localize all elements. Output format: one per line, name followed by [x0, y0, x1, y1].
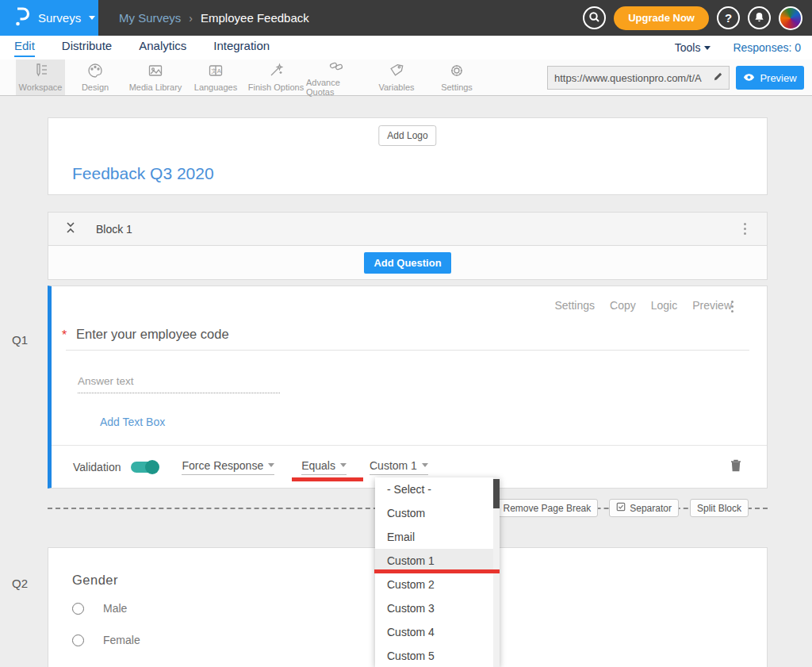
- tab-analytics[interactable]: Analytics: [139, 39, 186, 57]
- answer-option-female: Female: [72, 634, 140, 646]
- collapse-block-icon[interactable]: [66, 221, 75, 237]
- required-asterisk: *: [62, 328, 67, 343]
- question-preview-link[interactable]: Preview: [692, 299, 732, 312]
- block-title[interactable]: Block 1: [96, 223, 132, 236]
- question-number-q1: Q1: [12, 333, 28, 347]
- radio-button[interactable]: [72, 634, 84, 646]
- gear-icon: [449, 63, 465, 80]
- chevron-down-icon: [340, 463, 347, 467]
- question-actions: Settings Copy Logic Preview: [554, 299, 732, 312]
- tab-distribute[interactable]: Distribute: [62, 39, 112, 57]
- toolbar-item-languages[interactable]: 文A Languages: [186, 59, 246, 95]
- responses-count[interactable]: Responses: 0: [733, 41, 801, 54]
- search-icon: [588, 11, 600, 25]
- tab-integration[interactable]: Integration: [213, 39, 270, 57]
- annotation-underline-equals: [292, 477, 363, 481]
- validation-toggle[interactable]: [131, 462, 158, 473]
- add-question-button[interactable]: Add Question: [364, 252, 450, 274]
- tools-menu[interactable]: Tools: [675, 41, 711, 54]
- dropdown-option-custom-5[interactable]: Custom 5: [375, 644, 500, 667]
- survey-url-value[interactable]: https://www.questionpro.com/t/A: [548, 72, 707, 84]
- product-name: Surveys: [38, 11, 81, 25]
- question-copy-link[interactable]: Copy: [610, 299, 636, 312]
- question-mark-icon: ?: [725, 11, 732, 25]
- page-break-actions: Remove Page Break Separator Split Block: [483, 499, 749, 517]
- answer-text-field[interactable]: Answer text: [78, 375, 280, 393]
- dropdown-option-custom-4[interactable]: Custom 4: [375, 620, 500, 644]
- annotation-underline-custom-1: [374, 569, 500, 573]
- toggle-knob: [145, 460, 159, 474]
- toolbar-item-advance-quotas[interactable]: Advance Quotas: [306, 59, 366, 95]
- tag-icon: [389, 63, 404, 80]
- validation-label: Validation: [73, 461, 121, 473]
- toolbar-item-settings[interactable]: Settings: [427, 59, 487, 95]
- toolbar-item-finish-options[interactable]: Finish Options: [246, 59, 306, 95]
- question-text[interactable]: Gender: [72, 573, 118, 588]
- operator-dropdown[interactable]: Equals: [301, 459, 347, 475]
- survey-url-field[interactable]: https://www.questionpro.com/t/A: [547, 66, 730, 90]
- dropdown-option-custom-2[interactable]: Custom 2: [375, 573, 500, 596]
- dropdown-option-email[interactable]: Email: [375, 525, 500, 549]
- question-text[interactable]: Enter your employee code: [76, 327, 229, 342]
- breadcrumb-separator-icon: ›: [189, 12, 193, 25]
- preview-button[interactable]: Preview: [736, 66, 804, 90]
- chevron-down-icon: [704, 46, 710, 50]
- survey-header-card: Add Logo Feedback Q3 2020: [48, 117, 768, 195]
- add-question-strip: Add Question: [48, 246, 768, 280]
- avatar[interactable]: [779, 6, 802, 30]
- chevron-down-icon: [422, 463, 428, 467]
- chevron-down-icon: [268, 463, 274, 467]
- help-button[interactable]: ?: [717, 6, 740, 29]
- split-block-button[interactable]: Split Block: [690, 499, 749, 517]
- dropdown-option-select[interactable]: - Select -: [375, 477, 500, 501]
- tab-edit[interactable]: Edit: [14, 39, 35, 57]
- editor-toolbar: Workspace Design Media Library 文A Langua…: [0, 59, 812, 96]
- product-switcher[interactable]: Surveys: [0, 0, 98, 36]
- chain-links-icon: [328, 58, 344, 75]
- answer-option-male: Male: [72, 602, 127, 615]
- trash-icon[interactable]: [730, 458, 741, 475]
- toolbar-item-media-library[interactable]: Media Library: [125, 59, 186, 95]
- block-header: Block 1: [48, 212, 768, 246]
- questionpro-logo-icon: [13, 6, 30, 30]
- option-label[interactable]: Female: [103, 634, 140, 646]
- add-logo-button[interactable]: Add Logo: [378, 125, 436, 146]
- question-logic-link[interactable]: Logic: [651, 299, 677, 312]
- question-settings-link[interactable]: Settings: [554, 299, 595, 312]
- survey-title[interactable]: Feedback Q3 2020: [72, 164, 214, 183]
- force-response-dropdown[interactable]: Force Response: [182, 459, 274, 475]
- checkbox-checked-icon: [616, 502, 626, 514]
- dropdown-option-custom-3[interactable]: Custom 3: [375, 596, 500, 620]
- topbar-actions: Upgrade Now ?: [583, 6, 812, 30]
- workspace-icon: [33, 63, 48, 80]
- translate-icon: 文A: [208, 63, 224, 80]
- nav-tabs: Edit Distribute Analytics Integration: [0, 39, 270, 57]
- validation-value-dropdown[interactable]: Custom 1: [370, 459, 428, 475]
- chevron-down-icon: [89, 16, 95, 20]
- upgrade-now-button[interactable]: Upgrade Now: [614, 6, 709, 30]
- dropdown-option-custom[interactable]: Custom: [375, 501, 500, 525]
- top-bar: Surveys My Surveys › Employee Feedback U…: [0, 0, 812, 36]
- block-kebab-menu-icon[interactable]: [744, 223, 746, 235]
- survey-editor-page: Surveys My Surveys › Employee Feedback U…: [0, 0, 812, 667]
- toolbar-item-variables[interactable]: Variables: [366, 59, 427, 95]
- breadcrumb-parent[interactable]: My Surveys: [119, 11, 181, 25]
- option-label[interactable]: Male: [103, 602, 127, 615]
- add-text-box-link[interactable]: Add Text Box: [100, 416, 165, 428]
- image-icon: [147, 63, 163, 80]
- notifications-button[interactable]: [748, 6, 771, 29]
- toolbar-item-workspace[interactable]: Workspace: [16, 59, 65, 95]
- toolbar-item-design[interactable]: Design: [65, 59, 125, 95]
- svg-text:A: A: [217, 67, 221, 75]
- remove-page-break-button[interactable]: Remove Page Break: [483, 499, 599, 517]
- search-button[interactable]: [583, 6, 606, 29]
- question-number-q2: Q2: [12, 577, 28, 590]
- question-text-underline: [66, 350, 749, 351]
- radio-button[interactable]: [72, 603, 84, 615]
- svg-text:文: 文: [211, 67, 216, 74]
- edit-pencil-icon[interactable]: [707, 71, 729, 85]
- palette-icon: [87, 63, 103, 80]
- separator-button[interactable]: Separator: [609, 499, 679, 517]
- question-kebab-menu-icon[interactable]: [731, 301, 733, 312]
- scrollbar-thumb[interactable]: [493, 479, 500, 508]
